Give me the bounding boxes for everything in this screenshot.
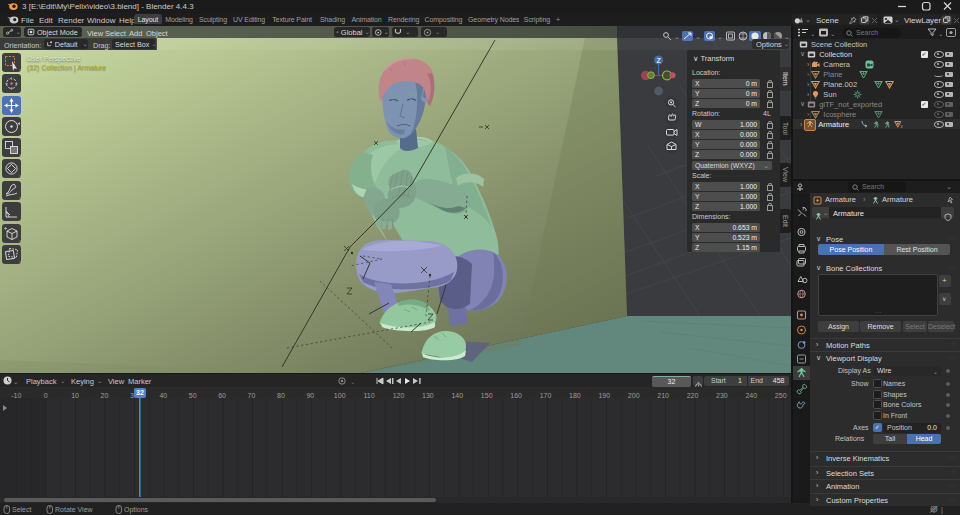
svg-text:⌄: ⌄ <box>938 30 943 37</box>
svg-text:⌄: ⌄ <box>810 30 815 37</box>
svg-text:⌄: ⌄ <box>830 30 835 37</box>
svg-text:Rotate View: Rotate View <box>55 506 94 513</box>
svg-text:⌄: ⌄ <box>350 378 355 385</box>
svg-text:⌄: ⌄ <box>13 378 18 385</box>
svg-text:Options: Options <box>124 506 149 514</box>
svg-text:3: 3 <box>900 124 903 129</box>
svg-text:Z: Z <box>656 57 661 64</box>
svg-text:Select: Select <box>12 506 32 513</box>
